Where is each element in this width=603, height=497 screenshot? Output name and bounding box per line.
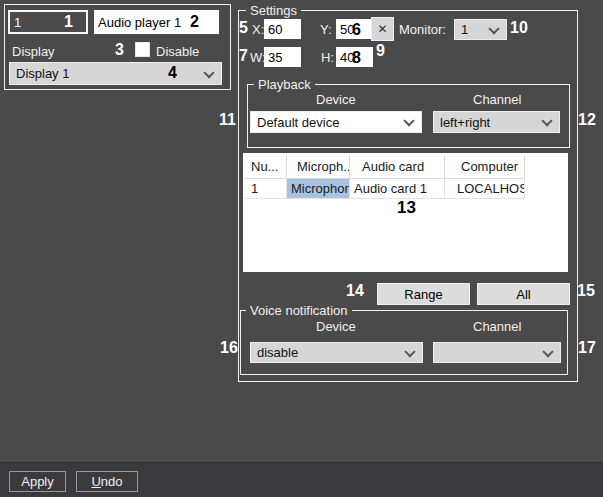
table-cell-computer[interactable]: LOCALHOST — [445, 179, 525, 199]
column-header-audio-card[interactable]: Audio card — [350, 155, 445, 179]
voice-device-label: Device — [316, 319, 356, 334]
monitor-label: Monitor: — [399, 22, 446, 37]
audio-player-settings-window: 1 1 2 Display 3 Disable Display 1 4 Sett… — [0, 0, 603, 497]
settings-group-title: Settings — [246, 3, 301, 18]
annotation-3: 3 — [115, 41, 124, 59]
annotation-13: 13 — [397, 198, 416, 218]
footer-bar: Apply Undo — [0, 462, 603, 497]
apply-button-label: Apply — [21, 474, 54, 489]
y-label: Y: — [320, 22, 332, 37]
close-icon: ✕ — [377, 22, 387, 36]
w-input[interactable] — [264, 47, 301, 67]
monitor-select[interactable]: 1 — [454, 19, 507, 40]
playback-channel-value: left+right — [440, 115, 490, 130]
monitor-select-value: 1 — [461, 22, 468, 37]
column-header-number[interactable]: Nu... — [245, 155, 287, 179]
display-label: Display — [12, 44, 55, 59]
apply-button[interactable]: Apply — [9, 471, 66, 492]
column-header-microphone[interactable]: Microph... — [287, 155, 350, 179]
disable-label: Disable — [156, 44, 199, 59]
chevron-down-icon — [404, 346, 415, 357]
voice-notification-group-title: Voice notification — [246, 303, 352, 318]
microphone-table[interactable]: Nu... Microph... Audio card Computer 1 M… — [243, 153, 568, 272]
annotation-5: 5 — [239, 19, 248, 37]
annotation-4: 4 — [168, 64, 177, 82]
voice-device-select[interactable]: disable — [250, 342, 423, 363]
playback-channel-label: Channel — [473, 92, 521, 107]
all-button-label: All — [516, 287, 530, 302]
table-cell-microphone-selected[interactable]: Microphon.. — [287, 179, 350, 199]
annotation-12: 12 — [578, 111, 596, 129]
voice-device-value: disable — [257, 345, 298, 360]
chevron-down-icon — [488, 23, 499, 34]
annotation-7: 7 — [239, 47, 248, 65]
close-button[interactable]: ✕ — [371, 17, 394, 41]
column-header-computer[interactable]: Computer — [445, 155, 525, 179]
range-button[interactable]: Range — [377, 283, 470, 305]
chevron-down-icon — [542, 346, 553, 357]
player-id-field[interactable]: 1 — [8, 10, 88, 34]
player-id-value: 1 — [14, 15, 21, 30]
x-input[interactable] — [264, 19, 301, 39]
undo-button-label: Undo — [91, 474, 122, 489]
table-cell-audio-card[interactable]: Audio card 1 — [350, 179, 445, 199]
undo-button[interactable]: Undo — [76, 471, 138, 492]
table-cell-number[interactable]: 1 — [245, 179, 287, 199]
voice-channel-select[interactable] — [433, 342, 561, 363]
playback-device-value: Default device — [257, 115, 339, 130]
chevron-down-icon — [403, 115, 414, 126]
annotation-2: 2 — [190, 13, 199, 31]
annotation-9: 9 — [376, 42, 385, 60]
annotation-1: 1 — [64, 13, 73, 31]
playback-group-title: Playback — [254, 77, 315, 92]
annotation-8: 8 — [352, 49, 361, 67]
annotation-15: 15 — [577, 282, 595, 300]
annotation-14: 14 — [346, 282, 364, 300]
annotation-10: 10 — [510, 19, 528, 37]
h-label: H: — [321, 50, 334, 65]
disable-checkbox[interactable] — [135, 42, 150, 57]
playback-device-label: Device — [316, 92, 356, 107]
chevron-down-icon — [203, 67, 214, 78]
annotation-11: 11 — [219, 111, 236, 129]
display-select-value: Display 1 — [16, 66, 69, 81]
voice-channel-label: Channel — [473, 319, 521, 334]
playback-channel-select[interactable]: left+right — [433, 111, 560, 133]
display-select[interactable]: Display 1 — [9, 62, 222, 85]
player-name-input[interactable] — [94, 10, 219, 34]
chevron-down-icon — [541, 115, 552, 126]
annotation-17: 17 — [578, 339, 596, 357]
range-button-label: Range — [404, 287, 442, 302]
annotation-6: 6 — [352, 21, 361, 39]
x-label: X: — [252, 22, 264, 37]
playback-device-select[interactable]: Default device — [250, 111, 422, 133]
annotation-16: 16 — [220, 339, 238, 357]
all-button[interactable]: All — [477, 283, 570, 305]
